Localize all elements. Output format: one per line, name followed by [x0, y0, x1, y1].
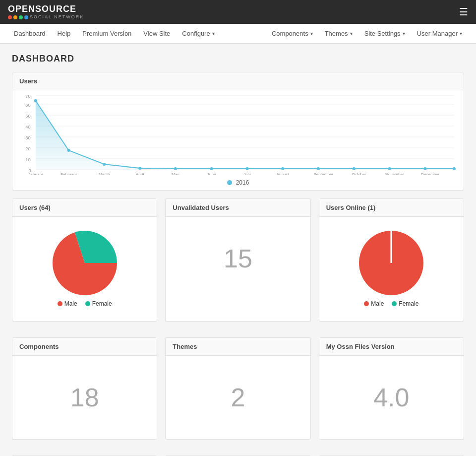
menu-components[interactable]: Components ▾ [266, 24, 319, 44]
menu-user-manager[interactable]: User Manager ▾ [411, 24, 468, 44]
components-card: Components 18 [12, 337, 157, 440]
svg-text:40: 40 [25, 125, 30, 130]
themes-card: Themes 2 [165, 337, 310, 440]
online-male-label: Male [371, 300, 384, 307]
svg-text:August: August [276, 172, 289, 175]
unvalidated-body: 15 [166, 217, 310, 300]
themes-title: Themes [166, 338, 310, 356]
legend-male: Male [58, 300, 77, 307]
stats-row-1: Users (64) Male [12, 198, 464, 329]
line-chart-wrapper: 0 10 20 30 40 50 60 70 [19, 95, 457, 187]
svg-point-35 [245, 167, 248, 170]
svg-text:50: 50 [25, 114, 30, 119]
menu-help[interactable]: Help [52, 24, 77, 44]
themes-body: 2 [166, 356, 310, 439]
site-settings-caret: ▾ [403, 31, 405, 36]
svg-point-33 [174, 167, 177, 170]
svg-text:November: November [385, 172, 404, 175]
svg-point-29 [34, 99, 37, 102]
users-pie-area: Male Female [19, 224, 150, 314]
users-online-pie-chart [359, 231, 423, 295]
svg-point-36 [281, 167, 284, 170]
svg-text:May: May [172, 172, 179, 175]
svg-text:February: February [60, 172, 77, 175]
hamburger-menu[interactable]: ☰ [459, 6, 468, 18]
svg-text:60: 60 [25, 103, 30, 108]
svg-text:July: July [243, 172, 251, 175]
svg-text:January: January [28, 172, 43, 175]
menu-premium[interactable]: Premium Version [76, 24, 137, 44]
svg-point-34 [210, 167, 213, 170]
chart-legend-dot [227, 180, 232, 185]
components-title: Components [12, 338, 157, 356]
svg-text:September: September [313, 172, 333, 175]
svg-text:70: 70 [25, 95, 30, 99]
menu-themes[interactable]: Themes ▾ [319, 24, 358, 44]
male-label: Male [64, 300, 77, 307]
logo-dot [13, 15, 17, 19]
svg-text:December: December [421, 172, 440, 175]
legend-female: Female [85, 300, 112, 307]
female-dot [85, 301, 90, 306]
unvalidated-count: 15 [173, 224, 303, 293]
svg-point-40 [423, 167, 426, 170]
unvalidated-title: Unvalidated Users [166, 199, 310, 217]
users-chart-card: Users 0 10 20 30 40 50 60 70 [12, 72, 464, 191]
svg-point-30 [67, 149, 70, 152]
line-chart-svg: 0 10 20 30 40 50 60 70 [19, 95, 457, 175]
logo-dot [24, 15, 28, 19]
users-pie-title: Users (64) [12, 199, 157, 217]
menu-bar: Dashboard Help Premium Version View Site… [0, 24, 476, 44]
page-title: DASHBOARD [12, 54, 464, 64]
chart-legend-label: 2016 [236, 179, 249, 186]
logo-text: OPENSOURCE [8, 4, 84, 14]
users-online-pie-area: Male Female [326, 224, 457, 314]
logo-subtitle: SOCIAL NETWORK [30, 14, 84, 19]
online-female-dot [392, 301, 397, 306]
ossn-files-title: My Ossn Files Version [319, 338, 464, 356]
male-dot [58, 301, 62, 306]
menu-configure[interactable]: Configure ▾ [176, 24, 220, 44]
svg-text:30: 30 [25, 135, 30, 140]
chart-legend: 2016 [19, 176, 457, 187]
stats-row-2: Components 18 Themes 2 My Ossn Files Ver… [12, 337, 464, 448]
main-content: DASHBOARD Users 0 10 20 30 40 50 60 70 [0, 44, 476, 456]
top-navigation: OPENSOURCE SOCIAL NETWORK ☰ [0, 0, 476, 24]
ossn-files-body: 4.0 [319, 356, 464, 439]
svg-marker-16 [36, 101, 454, 170]
online-legend-female: Female [392, 300, 418, 307]
users-online-legend: Male Female [364, 300, 418, 307]
ossn-files-version: 4.0 [326, 363, 457, 432]
svg-point-32 [138, 167, 141, 170]
logo-dots [8, 15, 28, 19]
unvalidated-card: Unvalidated Users 15 [165, 198, 310, 322]
menu-right: Components ▾ Themes ▾ Site Settings ▾ Us… [266, 24, 468, 44]
ossn-files-card: My Ossn Files Version 4.0 [319, 337, 464, 440]
svg-point-38 [353, 167, 356, 170]
menu-dashboard[interactable]: Dashboard [8, 24, 52, 44]
user-manager-caret: ▾ [460, 31, 462, 36]
users-pie-chart [53, 231, 117, 295]
svg-text:20: 20 [25, 146, 30, 151]
users-pie-card: Users (64) Male [12, 198, 157, 322]
svg-point-39 [388, 167, 391, 170]
components-caret: ▾ [310, 31, 313, 36]
svg-point-31 [103, 163, 106, 166]
users-pie-legend: Male Female [58, 300, 112, 307]
svg-text:April: April [136, 172, 144, 175]
logo-dot [19, 15, 23, 19]
menu-viewsite[interactable]: View Site [137, 24, 176, 44]
online-male-dot [364, 301, 369, 306]
themes-caret: ▾ [350, 31, 353, 36]
users-pie-body: Male Female [12, 217, 157, 321]
logo-dot [8, 15, 12, 19]
configure-caret: ▾ [212, 31, 215, 36]
components-body: 18 [12, 356, 157, 439]
female-label: Female [92, 300, 112, 307]
svg-text:June: June [207, 172, 216, 175]
online-female-label: Female [399, 300, 418, 307]
svg-text:October: October [352, 172, 366, 175]
menu-site-settings[interactable]: Site Settings ▾ [358, 24, 411, 44]
components-count: 18 [19, 363, 150, 432]
users-online-title: Users Online (1) [319, 199, 464, 217]
